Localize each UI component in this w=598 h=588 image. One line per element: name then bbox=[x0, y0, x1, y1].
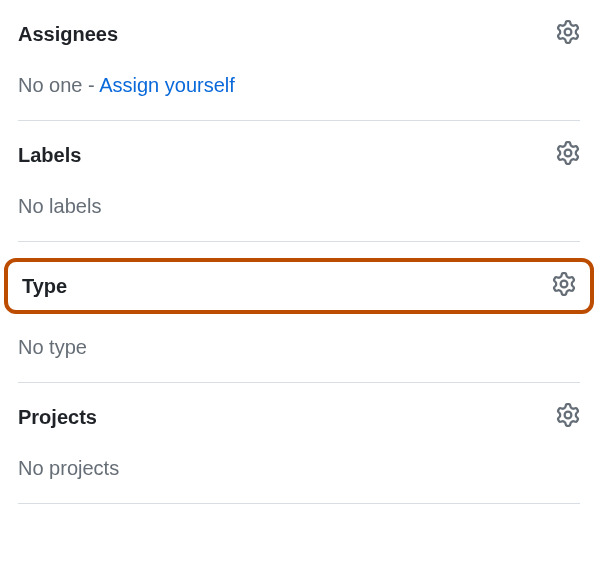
projects-settings-button[interactable] bbox=[556, 403, 580, 431]
projects-body: No projects bbox=[18, 453, 580, 483]
labels-settings-button[interactable] bbox=[556, 141, 580, 169]
assignees-body: No one - Assign yourself bbox=[18, 70, 580, 100]
assignees-header: Assignees bbox=[18, 20, 580, 48]
labels-empty-text: No labels bbox=[18, 195, 101, 217]
type-title: Type bbox=[22, 275, 67, 298]
type-header-highlight: Type bbox=[4, 258, 594, 314]
gear-icon bbox=[552, 272, 576, 300]
projects-header: Projects bbox=[18, 403, 580, 431]
assignees-title: Assignees bbox=[18, 23, 118, 46]
assign-yourself-link[interactable]: Assign yourself bbox=[99, 74, 235, 96]
assignees-section: Assignees No one - Assign yourself bbox=[18, 0, 580, 121]
assignees-settings-button[interactable] bbox=[556, 20, 580, 48]
gear-icon bbox=[556, 141, 580, 169]
projects-empty-text: No projects bbox=[18, 457, 119, 479]
labels-header: Labels bbox=[18, 141, 580, 169]
assignees-empty-text: No one - bbox=[18, 74, 99, 96]
projects-title: Projects bbox=[18, 406, 97, 429]
type-settings-button[interactable] bbox=[552, 272, 576, 300]
type-empty-text: No type bbox=[18, 336, 87, 358]
labels-body: No labels bbox=[18, 191, 580, 221]
labels-title: Labels bbox=[18, 144, 81, 167]
type-section: Type No type bbox=[18, 242, 580, 383]
type-body: No type bbox=[18, 332, 580, 362]
projects-section: Projects No projects bbox=[18, 383, 580, 504]
gear-icon bbox=[556, 20, 580, 48]
labels-section: Labels No labels bbox=[18, 121, 580, 242]
gear-icon bbox=[556, 403, 580, 431]
